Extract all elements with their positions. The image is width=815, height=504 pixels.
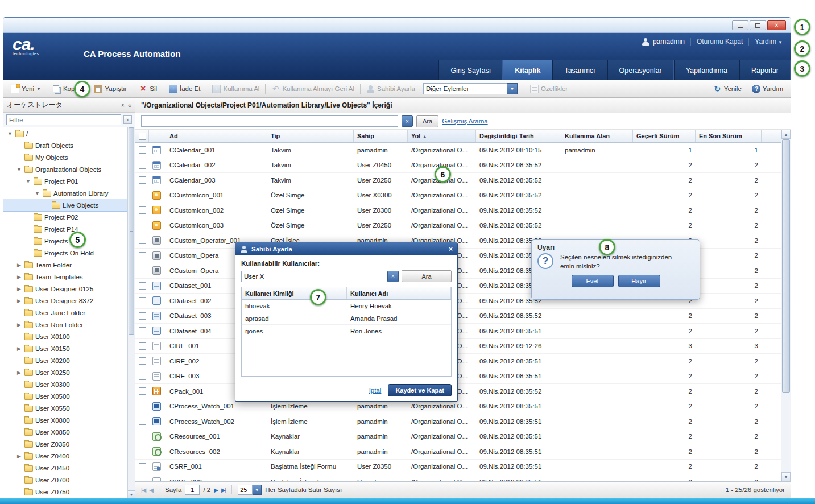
users-column-header[interactable]: Kullanıcı Kimliği [242, 287, 347, 299]
tree-item[interactable]: ▶Team Templates [3, 271, 127, 283]
advanced-search-link[interactable]: Gelişmiş Arama [442, 118, 488, 125]
dropdown-icon[interactable]: ▼ [507, 83, 518, 94]
tree-item[interactable]: User X0800 [3, 414, 127, 426]
tree-item[interactable]: User Z0450 [3, 462, 127, 474]
tree-item[interactable]: User X0550 [3, 402, 127, 414]
table-row[interactable]: CDataset_003/Organizational O...09.Nis.2… [135, 309, 781, 324]
tree-item[interactable]: User Z0750 [3, 486, 127, 498]
row-checkbox[interactable] [139, 312, 146, 320]
user-search-button[interactable]: Ara [402, 270, 452, 282]
collapsed-arrow-icon[interactable]: ▶ [16, 262, 22, 268]
row-checkbox[interactable] [139, 176, 146, 184]
header-select-cell[interactable] [135, 130, 149, 142]
col-name[interactable]: Ad [166, 130, 267, 142]
col-checked_out[interactable]: Kullanıma Alan [561, 130, 633, 142]
table-row[interactable]: CResources_001Kaynaklarpamadmin/Organiza… [135, 429, 781, 445]
expanded-arrow-icon[interactable]: ▼ [25, 179, 31, 184]
window-titlebar[interactable]: × [3, 18, 791, 33]
tree-item[interactable]: User Z0350 [3, 438, 127, 450]
table-row[interactable]: CCustomIcon_001Özel SimgeUser X0300/Orga… [135, 188, 781, 204]
col-current_version[interactable]: Geçerli Sürüm [633, 130, 696, 142]
row-checkbox[interactable] [139, 448, 146, 455]
tree-item[interactable]: User Z0700 [3, 474, 127, 486]
table-row[interactable]: CCalendar_002TakvimUser Z0450/Organizati… [135, 158, 781, 173]
row-checkbox[interactable] [139, 373, 146, 380]
collapsed-arrow-icon[interactable]: ▶ [16, 274, 22, 280]
collapse-all-icon[interactable]: » [121, 102, 124, 109]
page-input[interactable] [185, 485, 200, 495]
close-button[interactable]: × [767, 20, 786, 30]
filter-input[interactable] [6, 114, 121, 125]
clear-filter-icon[interactable]: × [123, 115, 132, 124]
tree-item[interactable]: ▶User X0150 [3, 342, 127, 354]
row-checkbox[interactable] [139, 237, 146, 244]
first-page-button[interactable]: |◀ [141, 487, 146, 493]
tab-library[interactable]: Kitaplık [503, 60, 552, 80]
tree-item[interactable]: ▶User Designer 0125 [3, 283, 127, 295]
scroll-down-icon[interactable]: ▼ [781, 472, 791, 481]
clear-user-search-button[interactable]: × [387, 271, 399, 282]
minimize-button[interactable] [732, 20, 748, 30]
other-actions-value[interactable] [423, 83, 507, 94]
tree-item[interactable]: Live Objects [3, 199, 127, 211]
help-button[interactable]: Yardım [749, 83, 786, 95]
tree-item[interactable]: Project P14 [3, 223, 127, 235]
col-type[interactable]: Tip [267, 130, 354, 142]
tree-item[interactable]: ▶User Ron Folder [3, 319, 127, 331]
help-menu[interactable]: Yardım▼ [755, 38, 783, 46]
tree-item[interactable]: ▶Team Folder [3, 259, 127, 271]
col-path[interactable]: Yol▲ [408, 130, 476, 142]
tree-item[interactable]: ▼/ [3, 127, 127, 139]
tab-configuration[interactable]: Yapılandırma [674, 60, 739, 80]
table-row[interactable]: CIRF_001/Organizational O...09.Nis.2012 … [135, 339, 781, 354]
next-page-button[interactable]: ▶ [214, 487, 218, 493]
tree-item[interactable]: User X0850 [3, 426, 127, 438]
page-size-dropdown-icon[interactable]: ▼ [253, 485, 262, 495]
set-owner-button[interactable]: Sahibi Ayarla [363, 83, 418, 95]
yes-button[interactable]: Evet [572, 275, 614, 287]
row-checkbox[interactable] [139, 357, 146, 365]
table-row[interactable]: CDataset_004/Organizational O...09.Nis.2… [135, 324, 781, 339]
col-icon[interactable] [149, 130, 166, 142]
delete-button[interactable]: Sil [136, 83, 160, 95]
tree-item[interactable]: User X0500 [3, 390, 127, 402]
row-checkbox[interactable] [139, 146, 146, 154]
search-button[interactable]: Ara [416, 115, 438, 127]
tree-item[interactable]: Projects [3, 235, 127, 247]
expanded-arrow-icon[interactable]: ▼ [34, 191, 40, 196]
undo-checkout-button[interactable]: Kullanıma Almayı Geri Al [268, 83, 357, 95]
save-close-button[interactable]: Kaydet ve Kapat [388, 384, 452, 396]
select-all-checkbox[interactable] [139, 133, 146, 140]
prev-page-button[interactable]: ◀ [149, 487, 153, 493]
grid-scrollbar[interactable]: ▲ ▼ [781, 130, 791, 481]
row-checkbox[interactable] [139, 403, 146, 410]
table-row[interactable]: CIRF_002/Organizational O...09.Nis.2012 … [135, 354, 781, 369]
expanded-arrow-icon[interactable]: ▼ [16, 167, 22, 172]
refresh-button[interactable]: Yenile [710, 83, 744, 95]
table-row[interactable]: CProcess_Watch_001İşlem İzlemepamadmin/O… [135, 399, 781, 415]
table-row[interactable]: CResources_002Kaynaklarpamadmin/Organiza… [135, 444, 781, 460]
maximize-button[interactable] [750, 20, 766, 30]
table-row[interactable]: CCustomIcon_002Özel SimgeUser Z0300/Orga… [135, 203, 781, 218]
dialog-close-icon[interactable]: × [449, 245, 453, 253]
tab-home[interactable]: Giriş Sayfası [438, 60, 503, 80]
table-row[interactable]: CProcess_Watch_002İşlem İzlemepamadmin/O… [135, 414, 781, 429]
table-row[interactable]: CPack_001/Organizational O...09.Nis.2012… [135, 384, 781, 399]
row-checkbox[interactable] [139, 267, 146, 274]
tab-reports[interactable]: Raporlar [739, 60, 791, 80]
user-search-input[interactable] [241, 271, 384, 282]
tree-item[interactable]: My Objects [3, 151, 127, 163]
new-button[interactable]: Yeni▼ [8, 83, 44, 95]
row-checkbox[interactable] [139, 387, 146, 395]
row-checkbox[interactable] [139, 418, 146, 425]
tree-item[interactable]: User X0100 [3, 331, 127, 342]
tree-item[interactable]: Project P02 [3, 211, 127, 223]
tree-item[interactable]: ▼Automation Library [3, 187, 127, 199]
table-row[interactable]: CCustomIcon_003Özel SimgeUser Z0250/Orga… [135, 218, 781, 234]
user-row[interactable]: hhoevakHenry Hoevak [242, 300, 451, 312]
col-modified[interactable]: Değiştirildiği Tarih [476, 130, 561, 142]
clear-search-button[interactable]: × [402, 115, 413, 127]
row-checkbox[interactable] [139, 342, 146, 350]
collapsed-arrow-icon[interactable]: ▶ [16, 346, 22, 352]
tree-item[interactable]: ▶User Designer 8372 [3, 295, 127, 307]
